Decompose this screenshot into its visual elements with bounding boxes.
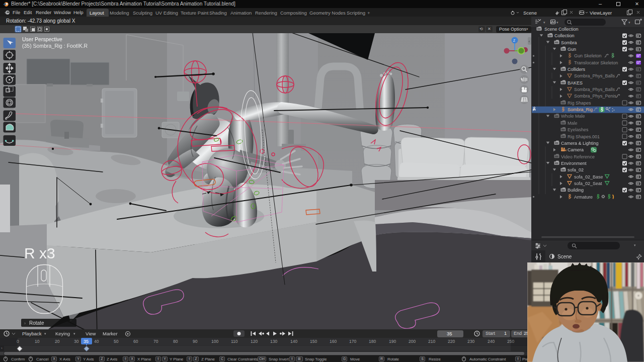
svg-text:▾: ▾ bbox=[628, 21, 630, 24]
svg-text:›: › bbox=[24, 321, 26, 326]
svg-text:Camera & Lighting: Camera & Lighting bbox=[561, 141, 599, 146]
svg-text:BAKES: BAKES bbox=[568, 80, 583, 85]
svg-text:Colliders: Colliders bbox=[568, 67, 586, 72]
svg-text:Video Reference: Video Reference bbox=[561, 154, 595, 159]
svg-text:Rig Shapes.001: Rig Shapes.001 bbox=[568, 134, 600, 139]
svg-text:Rig Shapes: Rig Shapes bbox=[568, 101, 591, 106]
svg-text:▾: ▾ bbox=[543, 21, 545, 24]
svg-text:sofa_02_Seat: sofa_02_Seat bbox=[574, 181, 602, 186]
svg-text:Environment: Environment bbox=[561, 161, 587, 166]
svg-text:Rotate: Rotate bbox=[29, 320, 44, 326]
svg-text:Camera: Camera bbox=[568, 147, 584, 152]
svg-text:Collection: Collection bbox=[554, 33, 575, 38]
svg-text:Gun: Gun bbox=[568, 47, 576, 52]
svg-text:Gun Skeleton: Gun Skeleton bbox=[574, 53, 602, 58]
svg-text:Eyelashes: Eyelashes bbox=[568, 127, 589, 132]
svg-text:‹: ‹ bbox=[529, 39, 530, 44]
svg-text:Sombra_Phys_Penis: Sombra_Phys_Penis bbox=[574, 94, 617, 99]
svg-text:sofa_02_Base: sofa_02_Base bbox=[574, 174, 603, 179]
svg-text:Whole Male: Whole Male bbox=[561, 114, 585, 119]
svg-text:▾: ▾ bbox=[556, 21, 558, 24]
svg-text:Sombra_Phys_Balls: Sombra_Phys_Balls bbox=[574, 87, 615, 92]
svg-text:(35) Sombra_Rig : FootIK.R: (35) Sombra_Rig : FootIK.R bbox=[22, 43, 88, 49]
svg-text:Scene Collection: Scene Collection bbox=[544, 27, 579, 32]
svg-text:R x3: R x3 bbox=[24, 245, 55, 261]
svg-text:Male: Male bbox=[568, 121, 578, 126]
svg-text:Sombra: Sombra bbox=[561, 40, 577, 45]
svg-text:User Perspective: User Perspective bbox=[22, 36, 62, 42]
svg-text:Building: Building bbox=[568, 188, 584, 193]
svg-text:Translocator Skeleton: Translocator Skeleton bbox=[574, 60, 618, 65]
svg-text:Z: Z bbox=[513, 39, 516, 42]
svg-text:Armature: Armature bbox=[574, 195, 593, 200]
svg-text:Sombra_Phys_Balls: Sombra_Phys_Balls bbox=[574, 73, 615, 78]
svg-text:Sombra_Rig: Sombra_Rig bbox=[568, 107, 593, 112]
svg-text:sofa_02: sofa_02 bbox=[568, 167, 584, 172]
